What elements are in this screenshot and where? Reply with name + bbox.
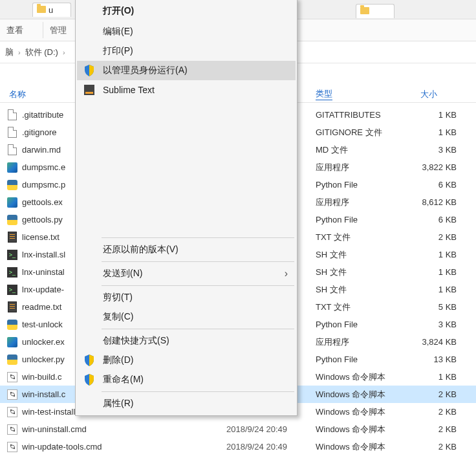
doc-icon xyxy=(6,127,18,138)
file-size: 3,822 KB xyxy=(407,162,457,172)
shield-icon xyxy=(82,373,96,387)
column-type[interactable]: 类型 xyxy=(316,88,332,100)
file-type: TXT 文件 xyxy=(316,301,351,313)
sh-icon: >_ xyxy=(6,284,18,296)
file-type: 应用程序 xyxy=(316,197,349,208)
file-row[interactable]: win-uninstall.cmd2018/9/24 20:49Windows … xyxy=(0,420,476,438)
file-size: 2 KB xyxy=(407,407,457,417)
py-icon xyxy=(6,179,18,191)
file-type: 应用程序 xyxy=(316,162,349,173)
menu-delete[interactable]: 删除(D) xyxy=(77,351,296,370)
file-size: 2 KB xyxy=(407,232,457,242)
menu-restore[interactable]: 还原以前的版本(V) xyxy=(77,240,296,259)
menu-properties[interactable]: 属性(R) xyxy=(77,394,296,413)
chevron-right-icon: › xyxy=(16,49,23,56)
file-size: 1 KB xyxy=(407,372,457,382)
chevron-right-icon: › xyxy=(285,268,288,279)
file-type: SH 文件 xyxy=(316,284,347,296)
menu-label: 创建快捷方式(S) xyxy=(103,335,169,347)
cmd-icon xyxy=(6,389,18,400)
file-row[interactable]: win-update-tools.cmd2018/9/24 20:49Windo… xyxy=(0,438,476,455)
tab[interactable]: u xyxy=(32,3,71,17)
tab[interactable] xyxy=(356,4,395,18)
file-type: Windows 命令脚本 xyxy=(316,406,385,418)
doc-icon xyxy=(6,109,18,121)
file-type: MD 文件 xyxy=(316,144,348,156)
file-date: 2018/9/24 20:49 xyxy=(226,442,287,452)
menu-run-as-admin[interactable]: 以管理员身份运行(A) xyxy=(77,61,296,80)
exe-icon xyxy=(6,336,18,348)
menu-label: 发送到(N) xyxy=(103,268,142,279)
file-name: win-uninstall.cmd xyxy=(22,424,216,434)
file-name: win-update-tools.cmd xyxy=(22,442,216,452)
menu-send-to[interactable]: 发送到(N)› xyxy=(77,264,296,283)
file-type: GITATTRIBUTES xyxy=(316,110,381,120)
doc-icon xyxy=(6,144,18,156)
exe-icon xyxy=(6,162,18,173)
file-type: Windows 命令脚本 xyxy=(316,424,385,435)
menu-sublime[interactable]: Sublime Text xyxy=(77,80,296,100)
file-type: Python File xyxy=(316,354,358,364)
menu-shortcut[interactable]: 创建快捷方式(S) xyxy=(77,331,296,351)
context-menu: 打开(O) 编辑(E) 打印(P) 以管理员身份运行(A) Sublime Te… xyxy=(75,0,298,416)
file-size: 3 KB xyxy=(407,320,457,329)
menu-label: Sublime Text xyxy=(103,85,155,95)
menu-separator xyxy=(102,329,294,329)
breadcrumb-part[interactable]: 脑 xyxy=(3,47,16,58)
file-size: 6 KB xyxy=(407,215,457,224)
menu-separator xyxy=(102,285,294,286)
ribbon-manage[interactable]: 管理 xyxy=(50,25,67,36)
shield-icon xyxy=(82,63,96,78)
exe-icon xyxy=(6,197,18,208)
menu-copy[interactable]: 复制(C) xyxy=(77,307,296,327)
sublime-icon xyxy=(82,83,96,97)
menu-open[interactable]: 打开(O) xyxy=(77,0,296,22)
menu-label: 打开(O) xyxy=(103,5,134,17)
py-icon xyxy=(6,319,18,331)
sh-icon: >_ xyxy=(6,249,18,261)
sh-icon: >_ xyxy=(6,267,18,278)
file-type: Windows 命令脚本 xyxy=(316,371,385,383)
file-date: 2018/9/24 20:49 xyxy=(226,424,287,434)
menu-label: 还原以前的版本(V) xyxy=(103,244,178,256)
breadcrumb-part[interactable]: 软件 (D:) xyxy=(23,47,61,58)
file-size: 8,612 KB xyxy=(407,197,457,207)
file-type: GITIGNORE 文件 xyxy=(316,127,382,138)
menu-label: 复制(C) xyxy=(103,311,133,323)
column-size[interactable]: 大小 xyxy=(420,89,437,100)
menu-label: 编辑(E) xyxy=(103,26,133,38)
txt-icon xyxy=(6,301,18,313)
menu-rename[interactable]: 重命名(M) xyxy=(77,370,296,389)
txt-icon xyxy=(6,232,18,243)
file-size: 5 KB xyxy=(407,302,457,312)
cmd-icon xyxy=(6,406,18,418)
file-size: 1 KB xyxy=(407,250,457,259)
file-type: Windows 命令脚本 xyxy=(316,389,385,400)
menu-cut[interactable]: 剪切(T) xyxy=(77,288,296,307)
file-size: 6 KB xyxy=(407,180,457,190)
file-size: 13 KB xyxy=(407,354,457,364)
file-size: 1 KB xyxy=(407,127,457,137)
cmd-icon xyxy=(6,424,18,435)
chevron-right-icon: › xyxy=(61,49,67,56)
menu-separator xyxy=(102,391,294,392)
ribbon-view[interactable]: 查看 xyxy=(6,25,23,36)
column-name[interactable]: 名称 xyxy=(9,89,26,100)
file-size: 3 KB xyxy=(407,145,457,155)
file-type: TXT 文件 xyxy=(316,232,351,243)
file-size: 1 KB xyxy=(407,110,457,120)
file-type: Python File xyxy=(316,180,358,190)
menu-edit[interactable]: 编辑(E) xyxy=(77,22,296,41)
file-type: Python File xyxy=(316,320,358,329)
file-size: 2 KB xyxy=(407,442,457,452)
tab-label: u xyxy=(49,5,53,15)
file-type: SH 文件 xyxy=(316,267,347,278)
menu-label: 打印(P) xyxy=(103,45,133,57)
menu-label: 以管理员身份运行(A) xyxy=(103,65,188,76)
cmd-icon xyxy=(6,441,18,453)
file-type: Python File xyxy=(316,215,358,224)
menu-label: 属性(R) xyxy=(103,398,133,409)
py-icon xyxy=(6,214,18,226)
folder-icon xyxy=(360,7,369,14)
menu-print[interactable]: 打印(P) xyxy=(77,41,296,61)
